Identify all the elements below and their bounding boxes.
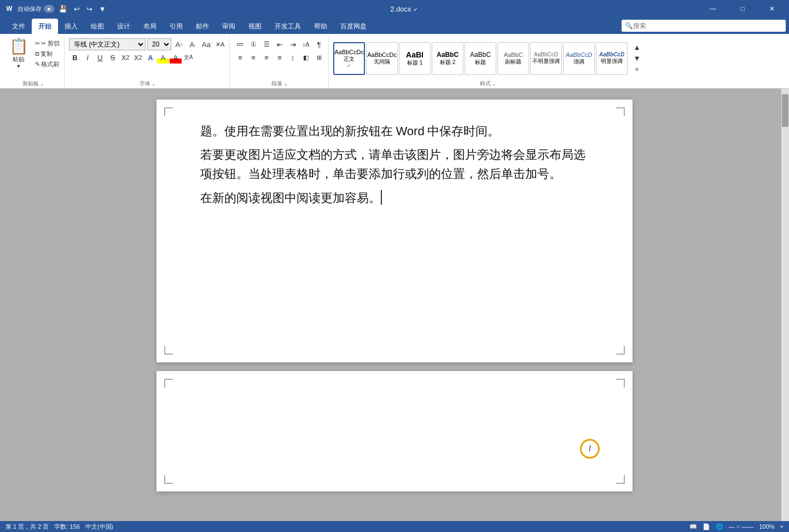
paragraph-3[interactable]: 在新的阅读视图中阅读更加容易。 xyxy=(200,188,589,207)
highlight-color-button[interactable]: A xyxy=(157,51,169,63)
paste-button[interactable]: 📋 粘贴 ▼ xyxy=(5,37,32,69)
search-input[interactable] xyxy=(633,22,782,30)
multilevel-list-button[interactable]: ☰ xyxy=(260,38,272,50)
cursor-i-label: I xyxy=(589,444,591,454)
page-corner-br xyxy=(616,346,625,355)
phonetic-button[interactable]: 文A xyxy=(182,51,194,63)
styles-expand-icon[interactable]: ⌄ xyxy=(492,81,496,86)
format-painter-icon: ✎ xyxy=(35,61,40,68)
tab-file[interactable]: 文件 xyxy=(5,19,32,34)
style-heading1[interactable]: AaBI 标题 1 xyxy=(399,42,431,75)
minimize-button[interactable]: — xyxy=(700,0,726,18)
style-heading2[interactable]: AaBbC 标题 2 xyxy=(432,42,463,75)
paragraph-group: ≔ ① ☰ ⇤ ⇥ ↕A ¶ ≡ ≡ ≡ ≡ ↕ ◧ ⊞ 段落 ⌄ xyxy=(231,36,329,88)
font-increase-button[interactable]: A+ xyxy=(173,38,185,50)
font-color-button[interactable]: A xyxy=(170,51,182,63)
tab-insert[interactable]: 插入 xyxy=(58,19,84,34)
styles-scroll-down[interactable]: ▼ xyxy=(631,54,643,63)
view-read-button[interactable]: 📖 xyxy=(689,523,697,530)
cut-button[interactable]: ✂ ✂ 剪切 xyxy=(34,38,61,48)
tab-help[interactable]: 帮助 xyxy=(308,19,334,34)
clipboard-expand-icon[interactable]: ⌄ xyxy=(40,81,44,86)
line-spacing-button[interactable]: ↕ xyxy=(287,51,299,63)
superscript-button[interactable]: X2 xyxy=(132,51,144,63)
styles-expand[interactable]: ≡ xyxy=(631,65,643,74)
document-area[interactable]: 题。使用在需要位置出现的新按钮在 Word 中保存时间。 若要更改图片适应文档的… xyxy=(0,89,789,521)
font-name-select[interactable]: 等线 (中文正文) xyxy=(69,38,146,50)
page-2[interactable]: I xyxy=(156,371,633,491)
borders-button[interactable]: ⊞ xyxy=(313,51,325,63)
page-corner-tr xyxy=(616,107,625,116)
para-row-1: ≔ ① ☰ ⇤ ⇥ ↕A ¶ xyxy=(234,38,325,50)
clear-format-button[interactable]: ✕A xyxy=(214,38,226,50)
tab-developer[interactable]: 开发工具 xyxy=(268,19,308,34)
autosave-toggle[interactable]: ● xyxy=(44,5,54,13)
tab-layout[interactable]: 布局 xyxy=(137,19,163,34)
page-1-content[interactable]: 题。使用在需要位置出现的新按钮在 Word 中保存时间。 若要更改图片适应文档的… xyxy=(200,122,589,207)
font-expand-icon[interactable]: ⌄ xyxy=(152,81,156,86)
align-left-button[interactable]: ≡ xyxy=(234,51,246,63)
justify-button[interactable]: ≡ xyxy=(274,51,286,63)
maximize-button[interactable]: □ xyxy=(730,0,755,18)
strikethrough-button[interactable]: S xyxy=(107,51,119,63)
paste-dropdown[interactable]: ▼ xyxy=(16,63,21,69)
text-effect-button[interactable]: A xyxy=(144,51,156,63)
align-center-button[interactable]: ≡ xyxy=(247,51,259,63)
font-group: 等线 (中文正文) 20 A+ A- Aa ✕A B I U S X2 X2 A… xyxy=(66,36,230,88)
tab-review[interactable]: 审阅 xyxy=(216,19,242,34)
tab-view[interactable]: 视图 xyxy=(242,19,268,34)
paragraph-content: ≔ ① ☰ ⇤ ⇥ ↕A ¶ ≡ ≡ ≡ ≡ ↕ ◧ ⊞ xyxy=(234,36,325,79)
view-web-button[interactable]: 🌐 xyxy=(716,523,723,530)
paragraph-expand-icon[interactable]: ⌄ xyxy=(283,81,288,86)
tab-draw[interactable]: 绘图 xyxy=(84,19,111,34)
save-button[interactable]: 💾 xyxy=(56,4,69,14)
redo-button[interactable]: ↪ xyxy=(84,4,95,14)
styles-scroll-up[interactable]: ▲ xyxy=(631,43,643,53)
format-painter-button[interactable]: ✎ 格式刷 xyxy=(34,59,61,69)
style-subtitle[interactable]: AaBbC 副标题 xyxy=(497,42,529,75)
tab-mailings[interactable]: 邮件 xyxy=(189,19,216,34)
view-print-button[interactable]: 📄 xyxy=(703,523,710,530)
zoom-slider[interactable]: — ○ —— xyxy=(729,523,754,530)
zoom-plus-button[interactable]: + xyxy=(780,523,784,530)
tab-baidu[interactable]: 百度网盘 xyxy=(334,19,373,34)
align-right-button[interactable]: ≡ xyxy=(260,51,272,63)
font-size-select[interactable]: 20 xyxy=(147,38,171,50)
tab-references[interactable]: 引用 xyxy=(163,19,189,34)
undo-button[interactable]: ↩ xyxy=(72,4,82,14)
increase-indent-button[interactable]: ⇥ xyxy=(287,38,299,50)
style-intense-emphasis[interactable]: AaBbCcD 明显强调 xyxy=(596,42,628,75)
autosave-label: 自动保存 xyxy=(18,5,42,13)
style-subtle-emphasis[interactable]: AaBbCcD 不明显强调 xyxy=(530,42,562,75)
subscript-button[interactable]: X2 xyxy=(119,51,131,63)
change-case-button[interactable]: Aa xyxy=(200,38,212,50)
decrease-indent-button[interactable]: ⇤ xyxy=(274,38,286,50)
style-title[interactable]: AaBbC 标题 xyxy=(465,42,496,75)
bold-button[interactable]: B xyxy=(69,51,81,63)
word-icon: W xyxy=(4,4,14,14)
style-no-spacing[interactable]: AaBbCcDc 无间隔 xyxy=(366,42,398,75)
page-1[interactable]: 题。使用在需要位置出现的新按钮在 Word 中保存时间。 若要更改图片适应文档的… xyxy=(156,100,633,362)
font-decrease-button[interactable]: A- xyxy=(187,38,199,50)
document-title: 2.docx xyxy=(390,5,411,13)
underline-button[interactable]: U xyxy=(94,51,106,63)
bullets-button[interactable]: ≔ xyxy=(234,38,246,50)
show-marks-button[interactable]: ¶ xyxy=(313,38,325,50)
close-button[interactable]: ✕ xyxy=(759,0,785,18)
style-normal[interactable]: AaBbCcDc 正文 ✓ xyxy=(333,42,365,75)
customize-button[interactable]: ▼ xyxy=(97,4,108,14)
scrollbar-thumb[interactable] xyxy=(782,94,788,127)
tab-home[interactable]: 开始 xyxy=(32,19,58,34)
styles-content: AaBbCcDc 正文 ✓ AaBbCcDc 无间隔 AaBI 标题 1 AaB… xyxy=(333,36,643,79)
cursor-indicator: I xyxy=(580,439,600,459)
shading-button[interactable]: ◧ xyxy=(300,51,312,63)
sort-button[interactable]: ↕A xyxy=(300,38,312,50)
style-emphasis[interactable]: AaBbCcD 强调 xyxy=(563,42,595,75)
numbering-button[interactable]: ① xyxy=(247,38,259,50)
tab-design[interactable]: 设计 xyxy=(111,19,137,34)
scrollbar-track[interactable] xyxy=(781,89,789,521)
paragraph-1[interactable]: 题。使用在需要位置出现的新按钮在 Word 中保存时间。 xyxy=(200,122,589,141)
italic-button[interactable]: I xyxy=(82,51,94,63)
copy-button[interactable]: ⧉ 复制 xyxy=(34,49,61,59)
paragraph-2[interactable]: 若要更改图片适应文档的方式，请单击该图片，图片旁边将会显示布局选项按钮。当处理表… xyxy=(200,145,589,183)
